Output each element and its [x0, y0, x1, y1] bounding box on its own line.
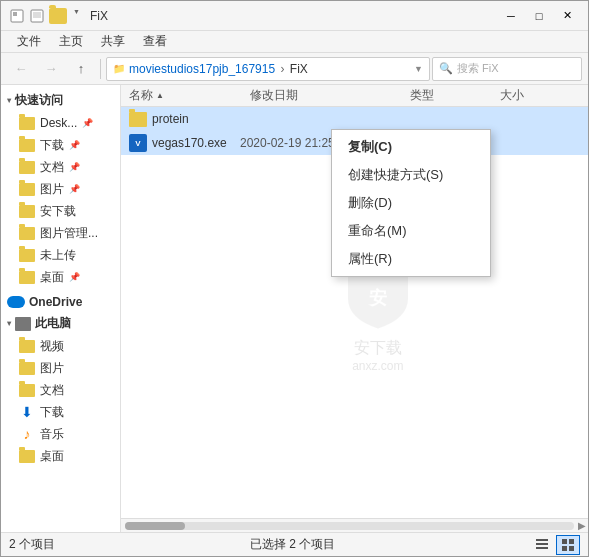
col-type-header[interactable]: 类型 — [410, 87, 500, 104]
address-bar[interactable]: 📁 moviestudios17pjb_167915 › FiX ▼ — [106, 57, 430, 81]
details-view-button[interactable] — [530, 535, 554, 555]
col-date-header[interactable]: 修改日期 — [250, 87, 410, 104]
sidebar-item-desk2[interactable]: 桌面 — [1, 445, 120, 467]
col-size-header[interactable]: 大小 — [500, 87, 580, 104]
menu-share[interactable]: 共享 — [93, 31, 133, 52]
maximize-button[interactable]: □ — [526, 5, 552, 27]
scrollbar-thumb[interactable] — [125, 522, 185, 530]
sidebar-item-label: 音乐 — [40, 426, 64, 443]
quick-access-header[interactable]: ▾ 快速访问 — [1, 89, 120, 112]
sidebar-item-download[interactable]: 下载 📌 — [1, 134, 120, 156]
folder-icon — [19, 117, 35, 130]
search-box[interactable]: 🔍 搜索 FiX — [432, 57, 582, 81]
exe-letter: V — [135, 139, 140, 148]
save-icon — [29, 8, 45, 24]
folder-icon — [19, 161, 35, 174]
sidebar-item-picmgr[interactable]: 图片管理... — [1, 222, 120, 244]
sidebar-item-doc2[interactable]: 文档 — [1, 379, 120, 401]
horizontal-scrollbar[interactable]: ▶ — [121, 518, 588, 532]
ctx-copy[interactable]: 复制(C) — [332, 133, 490, 161]
file-name: vegas170.exe — [152, 136, 235, 150]
sidebar-item-notup[interactable]: 未上传 — [1, 244, 120, 266]
path-segment-1[interactable]: moviestudios17pjb_167915 — [129, 62, 275, 76]
list-view-button[interactable] — [556, 535, 580, 555]
menu-file[interactable]: 文件 — [9, 31, 49, 52]
ctx-properties[interactable]: 属性(R) — [332, 245, 490, 273]
onedrive-header[interactable]: OneDrive — [1, 292, 120, 312]
main-area: ▾ 快速访问 Desk... 📌 下载 📌 文档 📌 图片 📌 — [1, 85, 588, 532]
svg-rect-4 — [536, 539, 548, 541]
pin-icon: 📌 — [82, 118, 93, 128]
sidebar-item-label: 文档 — [40, 382, 64, 399]
path-separator: › — [280, 62, 287, 76]
svg-rect-7 — [562, 539, 567, 544]
folder-title-icon — [49, 8, 67, 24]
file-item-protein[interactable]: protein — [121, 107, 588, 131]
folder-icon — [19, 271, 35, 284]
sidebar-item-dl2[interactable]: ⬇ 下载 — [1, 401, 120, 423]
item-count: 2 个项目 — [9, 536, 55, 553]
minimize-button[interactable]: ─ — [498, 5, 524, 27]
explorer-window: ▼ FiX ─ □ ✕ 文件 主页 共享 查看 ← → ↑ 📁 moviestu… — [0, 0, 589, 557]
title-bar-icons: ▼ — [9, 8, 80, 24]
forward-button[interactable]: → — [37, 56, 65, 82]
toolbar-separator — [100, 59, 101, 79]
quick-access-chevron: ▾ — [7, 96, 11, 105]
folder-icon — [129, 112, 147, 127]
toolbar: ← → ↑ 📁 moviestudios17pjb_167915 › FiX ▼… — [1, 53, 588, 85]
folder-icon — [19, 139, 35, 152]
context-menu: 复制(C) 创建快捷方式(S) 删除(D) 重命名(M) 属性(R) — [331, 129, 491, 277]
ctx-shortcut[interactable]: 创建快捷方式(S) — [332, 161, 490, 189]
svg-rect-10 — [569, 546, 574, 551]
sidebar-item-label: 桌面 — [40, 269, 64, 286]
sidebar-item-desk[interactable]: Desk... 📌 — [1, 112, 120, 134]
up-button[interactable]: ↑ — [67, 56, 95, 82]
sidebar-item-label: 图片 — [40, 360, 64, 377]
title-bar: ▼ FiX ─ □ ✕ — [1, 1, 588, 31]
ctx-delete[interactable]: 删除(D) — [332, 189, 490, 217]
computer-header[interactable]: ▾ 此电脑 — [1, 312, 120, 335]
music-icon: ♪ — [19, 426, 35, 442]
col-name-header[interactable]: 名称 ▲ — [129, 87, 250, 104]
onedrive-icon — [7, 296, 25, 308]
sidebar-item-docs[interactable]: 文档 📌 — [1, 156, 120, 178]
svg-rect-6 — [536, 547, 548, 549]
file-name: protein — [152, 112, 235, 126]
menu-home[interactable]: 主页 — [51, 31, 91, 52]
pin-icon: 📌 — [69, 140, 80, 150]
folder-icon — [19, 227, 35, 240]
col-size-label: 大小 — [500, 87, 524, 104]
sidebar-item-video[interactable]: 视频 — [1, 335, 120, 357]
col-date-label: 修改日期 — [250, 87, 298, 104]
folder-icon — [19, 340, 35, 353]
sidebar-item-label: 安下载 — [40, 203, 76, 220]
sidebar-item-pictures[interactable]: 图片 📌 — [1, 178, 120, 200]
view-buttons — [530, 535, 580, 555]
watermark-text: 安下载 — [343, 337, 413, 358]
sidebar-item-label: 下载 — [40, 137, 64, 154]
selected-count: 已选择 2 个项目 — [250, 536, 335, 553]
sidebar: ▾ 快速访问 Desk... 📌 下载 📌 文档 📌 图片 📌 — [1, 85, 121, 532]
status-bar: 2 个项目 已选择 2 个项目 — [1, 532, 588, 556]
folder-icon — [19, 183, 35, 196]
computer-chevron: ▾ — [7, 319, 11, 328]
ctx-rename[interactable]: 重命名(M) — [332, 217, 490, 245]
computer-icon — [15, 317, 31, 331]
svg-rect-8 — [569, 539, 574, 544]
folder-icon — [19, 450, 35, 463]
sidebar-item-label: 下载 — [40, 404, 64, 421]
back-button[interactable]: ← — [7, 56, 35, 82]
close-button[interactable]: ✕ — [554, 5, 580, 27]
sidebar-item-anxz[interactable]: 安下载 — [1, 200, 120, 222]
sidebar-item-picture2[interactable]: 图片 — [1, 357, 120, 379]
pin-icon: 📌 — [69, 184, 80, 194]
menu-view[interactable]: 查看 — [135, 31, 175, 52]
pin-icon: 📌 — [69, 162, 80, 172]
scroll-right-arrow[interactable]: ▶ — [578, 520, 586, 531]
menu-bar: 文件 主页 共享 查看 — [1, 31, 588, 53]
sidebar-item-desktop[interactable]: 桌面 📌 — [1, 266, 120, 288]
sidebar-item-music[interactable]: ♪ 音乐 — [1, 423, 120, 445]
computer-label: 此电脑 — [35, 315, 71, 332]
pin-icon: 📌 — [69, 272, 80, 282]
sidebar-item-label: 桌面 — [40, 448, 64, 465]
